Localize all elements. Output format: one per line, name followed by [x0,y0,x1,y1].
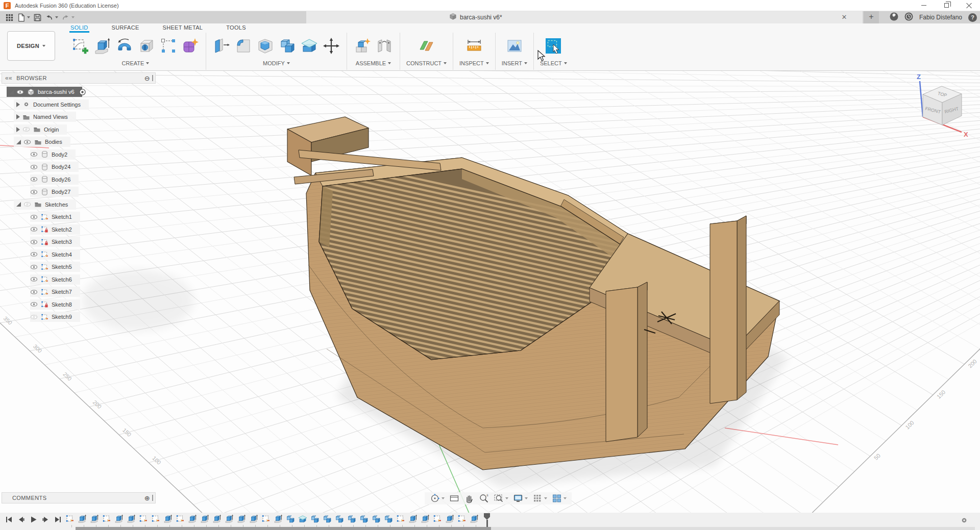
browser-item-body26[interactable]: Body26 [30,174,79,185]
tab-sheet-metal[interactable]: SHEET METAL [162,24,204,33]
tab-surface[interactable]: SURFACE [111,24,140,33]
browser-item-sketch4[interactable]: Sketch4 [30,249,80,260]
visibility-eye-icon[interactable] [30,238,38,246]
browser-item-sketch9[interactable]: Sketch9 [30,312,80,322]
visibility-eye-icon[interactable] [30,263,38,271]
browser-item-label[interactable]: Sketch2 [52,226,72,233]
timeline-feature-sketch[interactable] [139,514,148,523]
timeline-feature-extrude[interactable] [237,514,246,523]
expand-node-icon[interactable] [16,114,20,119]
split-body-button[interactable] [300,36,318,56]
activate-component-radio[interactable] [79,88,86,96]
timeline-feature-combine[interactable] [310,514,320,523]
create-sketch-button[interactable] [71,36,90,56]
collapse-node-icon[interactable] [16,202,21,207]
restore-button[interactable] [935,0,958,11]
insert-image-button[interactable] [505,36,524,56]
undo-button[interactable] [45,13,58,22]
app-grid-button[interactable] [5,13,14,22]
browser-item-sketch3[interactable]: Sketch3 [30,237,80,247]
browser-item-sketch8[interactable]: Sketch8 [30,299,80,310]
new-document-tab-button[interactable]: + [864,11,879,23]
timeline-feature-extrude[interactable] [188,514,197,523]
timeline-feature-split[interactable] [298,514,307,523]
browser-item-sketches[interactable]: Sketches [14,199,76,210]
browser-item-label[interactable]: Sketch8 [52,301,72,308]
timeline-feature-extrude[interactable] [163,514,173,523]
play-button[interactable] [29,515,38,524]
browser-item-label[interactable]: Sketch9 [52,314,72,320]
timeline-feature-combine[interactable] [384,514,393,523]
visibility-eye-icon[interactable] [30,300,38,308]
minimize-button[interactable] [913,0,935,11]
browser-item-label[interactable]: Sketch1 [52,214,72,220]
timeline-feature-extrude[interactable] [470,514,479,523]
pattern-button[interactable] [159,36,178,56]
panel-drag-handle[interactable] [152,75,153,81]
visibility-eye-icon[interactable] [30,250,38,258]
tab-tools[interactable]: TOOLS [225,24,247,33]
timeline-feature-extrude[interactable] [200,514,209,523]
browser-header[interactable]: «« BROWSER ⊖ [2,72,156,84]
select-button[interactable] [544,36,562,56]
collapse-panel-icon[interactable]: «« [5,74,12,82]
timeline-feature-sketch[interactable] [433,514,442,523]
visibility-eye-icon[interactable] [30,163,38,171]
visibility-eye-icon[interactable] [30,225,38,233]
fit-icon[interactable] [494,493,508,503]
browser-item-barca-sushi-v6[interactable]: barca-sushi v6 [7,87,82,97]
go-to-end-button[interactable] [53,515,62,524]
view-cube[interactable]: Z X TOP FRONT RIGHT [901,72,978,141]
group-assemble-label[interactable]: ASSEMBLE [356,60,391,66]
visibility-eye-off-icon[interactable] [22,125,30,133]
timeline-feature-combine[interactable] [323,514,332,523]
move-copy-button[interactable] [322,36,340,56]
job-status-icon[interactable] [890,12,898,23]
orbit-icon[interactable] [430,493,445,503]
browser-item-label[interactable]: Named Views [33,114,68,120]
timeline-feature-extrude[interactable] [212,514,222,523]
browser-item-label[interactable]: Body26 [52,176,70,183]
create-form-button[interactable] [181,36,200,56]
stern-post-tall[interactable] [710,216,746,403]
browser-item-label[interactable]: Bodies [45,139,62,145]
browser-item-origin[interactable]: Origin [14,124,67,135]
save-button[interactable] [33,13,42,22]
timeline-feature-extrude[interactable] [274,514,283,523]
extrude-button[interactable] [93,36,112,56]
group-modify-label[interactable]: MODIFY [263,60,290,66]
browser-item-sketch7[interactable]: Sketch7 [30,287,80,297]
revolve-button[interactable] [115,36,134,56]
viewport[interactable]: 35030025020015010020015010050 [0,71,980,513]
browser-item-label[interactable]: Body2 [52,152,67,158]
browser-item-label[interactable]: barca-sushi v6 [38,89,75,95]
document-tab[interactable]: barca-sushi v6* ✕ [306,11,863,23]
group-construct-label[interactable]: CONSTRUCT [406,60,447,66]
timeline-feature-combine[interactable] [359,514,369,523]
document-tab-close-icon[interactable]: ✕ [840,13,848,21]
timeline-feature-extrude[interactable] [408,514,418,523]
browser-item-bodies[interactable]: Bodies [14,137,70,147]
timeline-feature-combine[interactable] [347,514,356,523]
timeline-feature-extrude[interactable] [421,514,430,523]
group-create-label[interactable]: CREATE [122,60,150,66]
measure-button[interactable] [465,36,483,56]
timeline-feature-extrude[interactable] [249,514,258,523]
browser-item-sketch5[interactable]: Sketch5 [30,262,80,272]
browser-item-sketch2[interactable]: Sketch2 [30,224,80,235]
group-inspect-label[interactable]: INSPECT [459,60,489,66]
visibility-eye-icon[interactable] [23,138,31,146]
go-to-start-button[interactable] [4,515,13,524]
step-forward-button[interactable] [41,515,50,524]
browser-item-label[interactable]: Sketch5 [52,264,72,270]
close-button[interactable] [958,0,980,11]
visibility-eye-icon[interactable] [30,213,38,221]
help-icon[interactable]: ? [968,13,977,22]
redo-button[interactable] [61,13,75,22]
browser-item-sketch1[interactable]: Sketch1 [30,212,80,222]
browser-item-label[interactable]: Origin [44,127,59,133]
browser-item-named-views[interactable]: Named Views [14,112,76,122]
shell-button[interactable] [256,36,275,56]
joint-button[interactable] [375,36,394,56]
browser-item-label[interactable]: Sketch3 [52,239,72,245]
